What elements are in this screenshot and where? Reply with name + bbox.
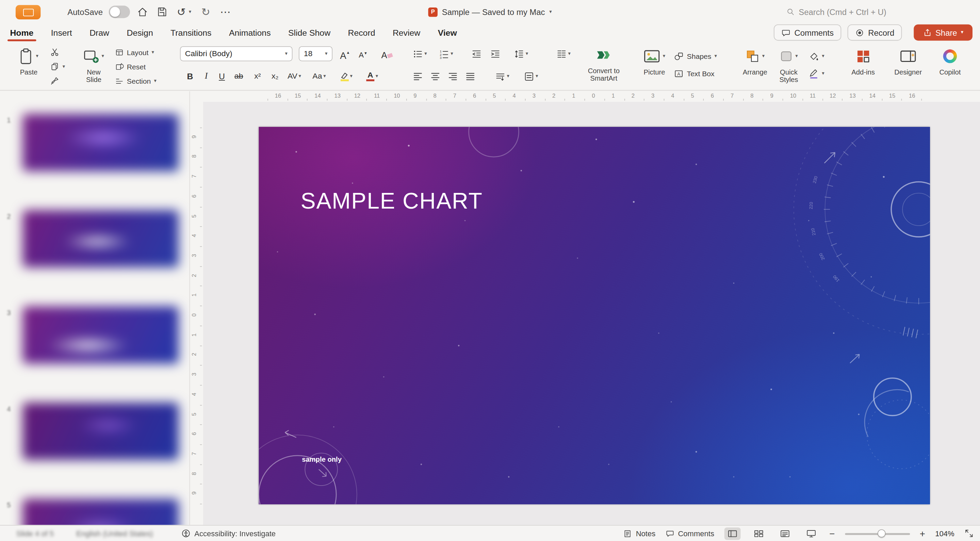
section-button[interactable]: Section ▾ bbox=[115, 74, 156, 88]
clear-formatting-button[interactable]: A bbox=[381, 48, 393, 63]
slide-sorter-view-button[interactable] bbox=[750, 527, 767, 539]
shape-outline-button[interactable]: ▾ bbox=[809, 65, 824, 82]
undo-icon[interactable]: ↺ bbox=[177, 0, 186, 24]
increase-indent-button[interactable] bbox=[490, 46, 501, 61]
document-title-group[interactable]: P Sample — Saved to my Mac ▾ bbox=[428, 0, 552, 24]
grow-font-button[interactable]: A▲ bbox=[340, 48, 350, 63]
superscript-button[interactable]: x² bbox=[251, 69, 264, 84]
slide-canvas[interactable]: 190200210220230 SAMPLE CHART sample only bbox=[259, 127, 930, 504]
arrange-icon bbox=[745, 49, 760, 64]
zoom-in-button[interactable]: + bbox=[920, 528, 925, 539]
search-icon bbox=[786, 8, 795, 16]
copilot-button[interactable]: Copilot bbox=[932, 46, 967, 76]
status-comments-button[interactable]: Comments bbox=[666, 526, 714, 541]
paste-button[interactable]: ▾ Paste bbox=[11, 46, 46, 76]
align-text-button[interactable]: ▾ bbox=[524, 69, 538, 84]
slide-counter[interactable]: Slide 4 of 5 bbox=[16, 526, 54, 541]
comments-button[interactable]: Comments bbox=[774, 24, 841, 41]
italic-button[interactable]: I bbox=[202, 69, 210, 84]
strikethrough-button[interactable]: ab bbox=[232, 69, 245, 84]
search-field[interactable]: Search (Cmd + Ctrl + U) bbox=[786, 0, 886, 24]
picture-button[interactable]: ▾ Picture bbox=[636, 46, 673, 76]
more-toolbar-icon[interactable]: ⋯ bbox=[220, 0, 231, 24]
tab-home[interactable]: Home bbox=[9, 28, 35, 37]
accessibility-status[interactable]: Accessibility: Investigate bbox=[181, 526, 275, 541]
zoom-percentage[interactable]: 104% bbox=[935, 529, 954, 538]
decrease-indent-button[interactable] bbox=[471, 46, 482, 61]
bold-button[interactable]: B bbox=[185, 69, 195, 84]
slide-thumbnail[interactable] bbox=[22, 114, 179, 171]
align-center-button[interactable] bbox=[430, 69, 441, 84]
font-color-button[interactable]: A ▾ bbox=[366, 69, 378, 84]
tab-transitions[interactable]: Transitions bbox=[169, 28, 213, 37]
align-left-button[interactable] bbox=[412, 69, 423, 84]
shapes-button[interactable]: Shapes ▾ bbox=[674, 48, 717, 65]
tab-draw[interactable]: Draw bbox=[88, 28, 110, 37]
columns-button[interactable]: ▾ bbox=[556, 46, 571, 61]
subscript-button[interactable]: x₂ bbox=[269, 69, 282, 84]
normal-view-button[interactable] bbox=[724, 527, 740, 539]
numbering-button[interactable]: 123▾ bbox=[439, 46, 453, 61]
copy-button[interactable]: ▾ bbox=[50, 59, 65, 73]
zoom-slider-knob[interactable] bbox=[877, 529, 885, 537]
shape-fill-button[interactable]: ▾ bbox=[809, 48, 824, 65]
add-ins-button[interactable]: Add-ins bbox=[845, 46, 881, 76]
font-size-combo[interactable]: 18 ▾ bbox=[299, 46, 332, 61]
format-painter-button[interactable] bbox=[50, 74, 65, 88]
tab-animations[interactable]: Animations bbox=[228, 28, 272, 37]
slide-thumbnail[interactable] bbox=[22, 210, 179, 267]
cut-button[interactable] bbox=[50, 45, 65, 59]
reading-view-button[interactable] bbox=[777, 527, 793, 539]
shrink-font-button[interactable]: A▼ bbox=[359, 48, 368, 63]
record-icon bbox=[855, 28, 865, 37]
text-highlight-button[interactable]: ▾ bbox=[340, 69, 353, 84]
dial-tick-number: 200 bbox=[818, 252, 826, 261]
arrange-button[interactable]: ▾ Arrange bbox=[739, 46, 772, 76]
tab-record[interactable]: Record bbox=[347, 28, 376, 37]
zoom-out-button[interactable]: − bbox=[829, 528, 835, 539]
notes-button[interactable]: Notes bbox=[624, 526, 655, 541]
tab-view[interactable]: View bbox=[437, 28, 458, 37]
tab-insert[interactable]: Insert bbox=[50, 28, 73, 37]
save-icon[interactable] bbox=[156, 0, 167, 24]
slide-thumbnail[interactable] bbox=[22, 403, 179, 460]
language-indicator[interactable]: English (United States) bbox=[76, 526, 153, 541]
bullets-button[interactable]: ▾ bbox=[412, 46, 427, 61]
line-spacing-button[interactable]: ▾ bbox=[514, 46, 528, 61]
slide-title[interactable]: SAMPLE CHART bbox=[301, 188, 482, 214]
font-name-combo[interactable]: Calibri (Body) ▾ bbox=[180, 46, 293, 61]
character-spacing-button[interactable]: AV▾ bbox=[288, 69, 301, 84]
slide-footnote[interactable]: sample only bbox=[302, 456, 342, 463]
zoom-slider[interactable] bbox=[845, 527, 910, 539]
share-button[interactable]: Share ▾ bbox=[914, 24, 972, 41]
text-direction-button[interactable]: ▾ bbox=[495, 69, 509, 84]
quick-styles-button[interactable]: ▾ QuickStyles bbox=[774, 46, 804, 83]
undo-chevron-icon[interactable]: ▾ bbox=[189, 0, 191, 24]
new-slide-button[interactable]: ▾ New Slide bbox=[76, 46, 111, 83]
justify-button[interactable] bbox=[465, 69, 476, 84]
designer-button[interactable]: Designer bbox=[889, 46, 928, 76]
tab-review[interactable]: Review bbox=[391, 28, 422, 37]
redo-icon[interactable]: ↻ bbox=[201, 0, 210, 24]
tab-design[interactable]: Design bbox=[126, 28, 154, 37]
layout-button[interactable]: Layout ▾ bbox=[115, 45, 156, 59]
slideshow-view-button[interactable] bbox=[803, 527, 819, 539]
slide-thumbnail[interactable] bbox=[22, 499, 179, 525]
text-box-button[interactable]: A Text Box bbox=[674, 65, 717, 82]
change-case-button[interactable]: Aa▾ bbox=[312, 69, 326, 84]
autosave-toggle[interactable] bbox=[109, 6, 130, 18]
add-ins-icon bbox=[856, 49, 870, 64]
underline-button[interactable]: U bbox=[218, 69, 226, 84]
tab-slide-show[interactable]: Slide Show bbox=[287, 28, 331, 37]
app-icon[interactable] bbox=[16, 5, 40, 19]
ruler-number: 4 bbox=[512, 92, 515, 99]
home-icon[interactable] bbox=[137, 0, 148, 24]
powerpoint-doc-icon: P bbox=[428, 7, 438, 17]
record-button[interactable]: Record bbox=[848, 24, 902, 41]
reset-button[interactable]: Reset bbox=[115, 59, 156, 73]
convert-smartart-button[interactable]: Convert toSmartArt bbox=[578, 45, 630, 82]
align-right-button[interactable] bbox=[447, 69, 458, 84]
fullscreen-icon[interactable] bbox=[964, 529, 974, 538]
align-text-icon bbox=[524, 71, 534, 81]
slide-thumbnail[interactable] bbox=[22, 306, 179, 364]
